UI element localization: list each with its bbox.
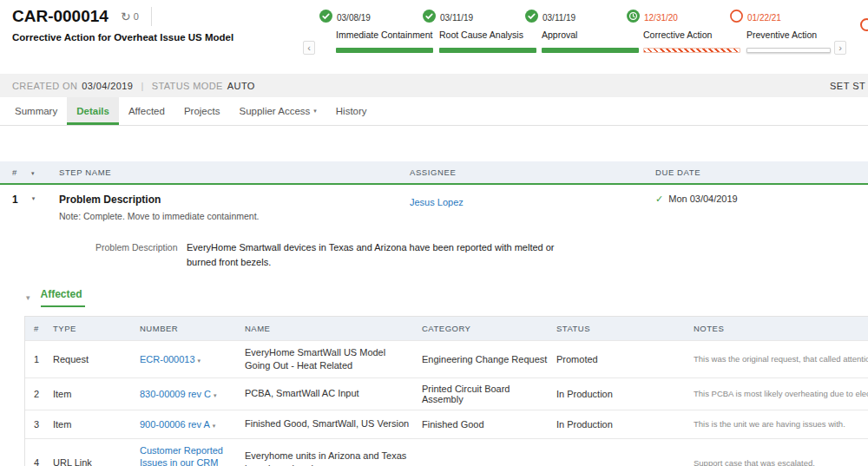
affected-row: 2 Item 830-00009 rev C▾ PCBA, SmartWall … xyxy=(25,377,868,410)
row-status: Promoted xyxy=(555,349,692,370)
notes-column-header: NOTES xyxy=(692,324,868,333)
row-name: Finished Good, SmartWall, US Version xyxy=(243,412,420,436)
step-row: 1 ▾ Problem Description Note: Complete. … xyxy=(0,185,868,228)
tab-affected[interactable]: Affected xyxy=(119,97,174,125)
affected-row: 1 Request ECR-000013▾ EveryHome SmartWal… xyxy=(25,340,868,377)
step-row-number: 1 xyxy=(12,194,18,206)
separator: | xyxy=(141,81,143,91)
affected-section: ▾ Affected # TYPE NUMBER NAME CATEGORY S… xyxy=(0,288,868,466)
step-date: 03/08/19 xyxy=(337,13,371,23)
header: CAR-000014 ↻ 0 Corrective Action for Ove… xyxy=(0,0,868,74)
chevron-down-icon[interactable]: ▾ xyxy=(198,358,201,364)
name-column-header: NAME xyxy=(243,324,420,333)
row-type: Request xyxy=(51,349,138,370)
affected-row: 3 Item 900-00006 rev A▾ Finished Good, S… xyxy=(25,410,868,438)
step-name: Problem Description xyxy=(59,194,410,206)
step-date: 12/31/20 xyxy=(644,13,678,23)
expand-caret-icon[interactable]: ▾ xyxy=(32,194,36,202)
step-label: Preventive Action xyxy=(746,30,831,40)
check-circle-icon xyxy=(525,10,538,23)
filter-caret-icon[interactable]: ▾ xyxy=(31,168,35,177)
tab-summary[interactable]: Summary xyxy=(5,97,67,125)
chevron-down-icon[interactable]: ▾ xyxy=(213,423,216,429)
step-progress-bar xyxy=(336,48,433,53)
workflow-step-preventive-action[interactable]: 01/22/21 Preventive Action xyxy=(730,9,831,53)
check-circle-icon xyxy=(423,10,436,23)
tab-details[interactable]: Details xyxy=(67,97,119,125)
item-number-link[interactable]: ECR-000013 xyxy=(140,354,195,364)
row-number: 2 xyxy=(25,384,51,404)
workflow-stepper: 03/08/19 Immediate Containment 03/11/19 … xyxy=(0,0,868,74)
row-number: 3 xyxy=(25,414,51,435)
chevron-down-icon: ▾ xyxy=(313,108,317,115)
step-label: Root Cause Analysis xyxy=(439,30,536,40)
status-bar: CREATED ON 03/04/2019 | STATUS MODE AUTO… xyxy=(0,74,868,97)
status-mode-value: AUTO xyxy=(227,81,255,91)
tab-history[interactable]: History xyxy=(326,97,377,125)
pending-circle-icon xyxy=(730,10,743,23)
assignee-column-header: ASSIGNEE xyxy=(410,167,655,177)
workflow-step-corrective-action[interactable]: 12/31/20 Corrective Action xyxy=(627,9,740,53)
status-mode-label: STATUS MODE xyxy=(152,81,223,91)
row-type: Item xyxy=(51,414,138,435)
step-label: Immediate Containment xyxy=(336,30,433,40)
steps-table: # ▾ STEP NAME ASSIGNEE DUE DATE 1 ▾ Prob… xyxy=(0,161,868,269)
row-type: Item xyxy=(51,384,138,404)
row-notes: This PCBA is most likely overheating due… xyxy=(692,384,868,404)
detail-field-value: EveryHome Smartwall devices in Texas and… xyxy=(187,240,582,269)
row-notes: This was the original request, that call… xyxy=(692,349,868,369)
step-progress-bar xyxy=(643,48,740,53)
steps-table-header: # ▾ STEP NAME ASSIGNEE DUE DATE xyxy=(0,161,868,185)
step-date: 03/11/19 xyxy=(440,13,473,23)
row-status: In Production xyxy=(555,414,692,435)
affected-section-title[interactable]: Affected xyxy=(41,288,85,307)
workflow-step-immediate-containment[interactable]: 03/08/19 Immediate Containment xyxy=(319,9,433,53)
row-category: Engineering Change Request xyxy=(420,349,555,370)
step-note: Note: Complete. Move to immediate contai… xyxy=(59,211,410,221)
row-category xyxy=(420,457,555,466)
tab-supplier-access[interactable]: Supplier Access ▾ xyxy=(229,97,326,125)
row-name: Everyhome units in Arizona and Texas hav… xyxy=(243,444,420,466)
step-name-column-header: STEP NAME xyxy=(59,167,410,177)
assignee-link[interactable]: Jesus Lopez xyxy=(410,197,464,207)
tab-bar: Summary Details Affected Projects Suppli… xyxy=(0,97,868,126)
tab-projects[interactable]: Projects xyxy=(174,97,230,125)
item-number-link[interactable]: 900-00006 rev A xyxy=(140,419,210,430)
row-number: 1 xyxy=(25,349,51,370)
step-progress-bar xyxy=(542,48,639,53)
url-link[interactable]: Customer Reported Issues in our CRM (Sal… xyxy=(140,445,223,466)
workflow-step-approval[interactable]: 03/11/19 Approval xyxy=(525,9,639,53)
set-status-button[interactable]: SET ST xyxy=(830,81,865,91)
number-column-header: NUMBER xyxy=(138,324,243,333)
num-column-header: # xyxy=(12,167,17,177)
step-detail: Problem Description EveryHome Smartwall … xyxy=(0,228,868,269)
stepper-scroll-right-button[interactable]: › xyxy=(834,41,846,55)
created-on-value: 03/04/2019 xyxy=(82,81,133,91)
status-column-header: STATUS xyxy=(555,324,692,333)
row-name: EveryHome SmartWall US Model Going Out -… xyxy=(243,341,420,377)
section-chevron-down-icon[interactable]: ▾ xyxy=(26,293,30,302)
workflow-step-root-cause-analysis[interactable]: 03/11/19 Root Cause Analysis xyxy=(423,9,536,53)
row-notes: This is the unit we are having issues wi… xyxy=(692,414,868,434)
detail-field-label: Problem Description xyxy=(95,240,187,269)
stepper-scroll-left-button[interactable]: ‹ xyxy=(303,41,315,55)
step-progress-bar xyxy=(439,48,536,53)
step-label: Corrective Action xyxy=(643,30,740,40)
affected-row: 4 URL Link Customer Reported Issues in o… xyxy=(25,438,868,466)
clock-circle-icon xyxy=(627,10,640,23)
row-category: Printed Circuit Board Assembly xyxy=(420,378,555,410)
row-status: In Production xyxy=(555,384,692,404)
step-date: 01/22/21 xyxy=(747,13,781,23)
due-date-column-header: DUE DATE xyxy=(655,167,868,177)
next-step-partial-circle-icon xyxy=(860,18,868,31)
item-number-link[interactable]: 830-00009 rev C xyxy=(140,389,211,399)
row-name: PCBA, SmartWall AC Input xyxy=(243,382,420,405)
row-notes: Support case that was escalated. xyxy=(692,453,868,466)
check-icon: ✓ xyxy=(655,194,663,205)
row-type: URL Link xyxy=(51,452,138,466)
affected-table-header: # TYPE NUMBER NAME CATEGORY STATUS NOTES xyxy=(25,317,868,340)
affected-table: # TYPE NUMBER NAME CATEGORY STATUS NOTES… xyxy=(24,316,868,466)
check-circle-icon xyxy=(319,10,332,23)
category-column-header: CATEGORY xyxy=(420,324,555,333)
chevron-down-icon[interactable]: ▾ xyxy=(214,392,217,398)
